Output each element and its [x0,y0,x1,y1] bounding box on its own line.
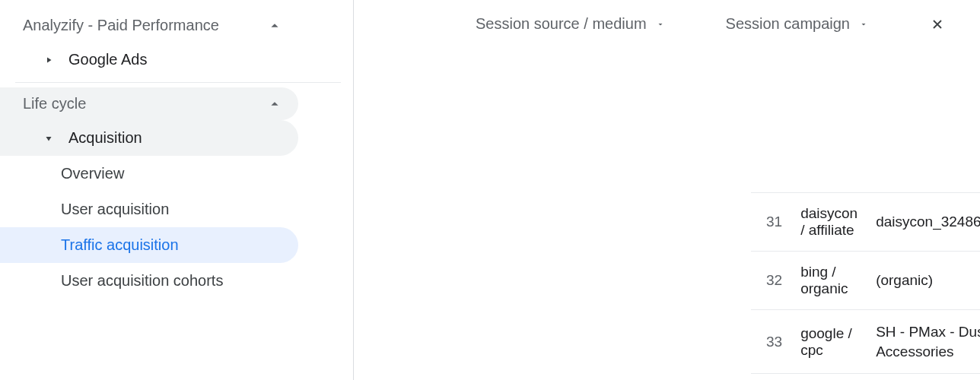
nav-traffic-acquisition[interactable]: Traffic acquisition [0,227,298,263]
main-content: Session source / medium Session campaign… [354,0,980,380]
caret-down-icon [656,15,665,33]
section-life-cycle-label: Life cycle [23,95,86,112]
nav-traffic-acquisition-label: Traffic acquisition [61,236,179,254]
nav-user-acquisition-label: User acquisition [61,201,169,218]
secondary-dimension-label: Session campaign [726,15,850,33]
chevron-up-icon [266,96,283,112]
close-icon[interactable] [930,17,945,32]
caret-right-icon [43,55,55,65]
primary-dimension-label: Session source / medium [476,15,647,33]
row-source: google / cpc [791,374,867,380]
table-row[interactable]: 31 daisycon / affiliate daisycon_324867 [751,193,980,252]
section-analyzify[interactable]: Analyzify - Paid Performance [0,9,298,42]
data-table: 31 daisycon / affiliate daisycon_324867 … [751,192,980,380]
primary-dimension-dropdown[interactable]: Session source / medium [476,15,665,33]
row-number: 34 [751,374,791,380]
nav-acquisition-label: Acquisition [68,129,142,147]
secondary-dimension-dropdown[interactable]: Session campaign [726,15,868,33]
dimension-bar: Session source / medium Session campaign [399,0,980,48]
caret-down-icon [859,15,868,33]
table-row[interactable]: 33 google / cpc SH - PMax - Dusj Accesso… [751,310,980,374]
row-campaign: SH - PMax - Baderomstilbehør #2 [867,374,980,380]
table-row[interactable]: 34 google / cpc SH - PMax - Baderomstilb… [751,374,980,380]
row-campaign: daisycon_324867 [867,193,980,252]
nav-google-ads-label: Google Ads [68,51,147,68]
sidebar: Analyzify - Paid Performance Google Ads … [0,0,354,380]
nav-overview-label: Overview [61,165,124,182]
caret-down-icon [43,134,55,143]
row-number: 33 [751,310,791,374]
row-source: bing / organic [791,252,867,310]
nav-user-acquisition-cohorts[interactable]: User acquisition cohorts [0,263,298,299]
nav-overview[interactable]: Overview [0,156,298,192]
chevron-up-icon [266,17,283,34]
nav-user-acquisition-cohorts-label: User acquisition cohorts [61,272,223,290]
row-source: google / cpc [791,310,867,374]
nav-user-acquisition[interactable]: User acquisition [0,192,298,227]
divider [15,82,341,83]
row-number: 31 [751,193,791,252]
row-number: 32 [751,252,791,310]
row-campaign: (organic) [867,252,980,310]
section-analyzify-label: Analyzify - Paid Performance [23,17,219,34]
nav-acquisition[interactable]: Acquisition [0,120,298,156]
nav-google-ads[interactable]: Google Ads [0,42,298,78]
row-source: daisycon / affiliate [791,193,867,252]
section-life-cycle[interactable]: Life cycle [0,87,298,120]
table-row[interactable]: 32 bing / organic (organic) [751,252,980,310]
row-campaign: SH - PMax - Dusj Accessories [867,310,980,374]
